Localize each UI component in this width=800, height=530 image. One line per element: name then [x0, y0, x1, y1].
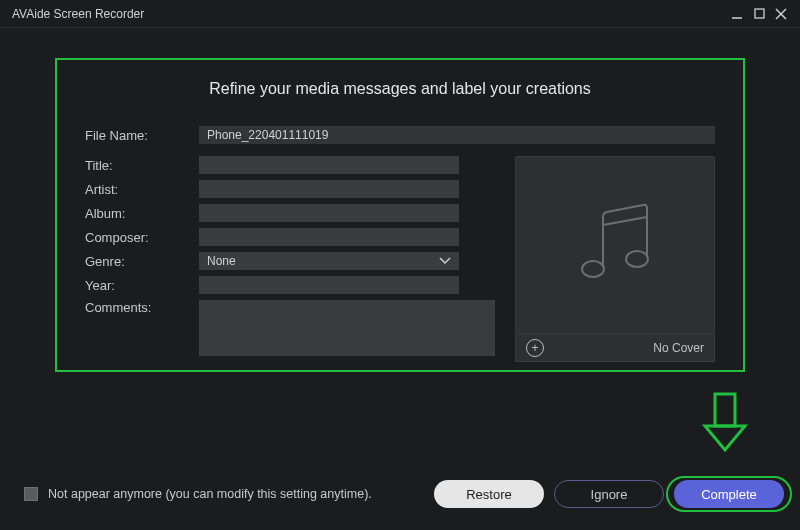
filename-label: File Name: [85, 128, 185, 143]
cover-panel: + No Cover [515, 156, 715, 362]
close-icon[interactable] [770, 3, 792, 25]
add-cover-button[interactable]: + [526, 339, 544, 357]
not-appear-checkbox[interactable] [24, 487, 38, 501]
comments-input[interactable] [199, 300, 495, 356]
chevron-down-icon [439, 255, 451, 267]
album-input[interactable] [199, 204, 459, 222]
panel-heading: Refine your media messages and label you… [85, 80, 715, 98]
artist-label: Artist: [85, 182, 185, 197]
arrow-down-icon [695, 392, 755, 462]
svg-point-4 [582, 261, 604, 277]
comments-label: Comments: [85, 300, 185, 315]
svg-marker-7 [705, 426, 745, 450]
svg-point-5 [626, 251, 648, 267]
no-cover-label: No Cover [653, 341, 704, 355]
genre-label: Genre: [85, 254, 185, 269]
restore-button[interactable]: Restore [434, 480, 544, 508]
year-label: Year: [85, 278, 185, 293]
svg-rect-6 [715, 394, 735, 426]
svg-rect-1 [755, 9, 764, 18]
minimize-icon[interactable] [726, 3, 748, 25]
complete-label: Complete [701, 487, 757, 502]
title-input[interactable] [199, 156, 459, 174]
app-title: AVAide Screen Recorder [12, 7, 144, 21]
not-appear-label: Not appear anymore (you can modify this … [48, 487, 424, 501]
year-input[interactable] [199, 276, 459, 294]
cover-preview [515, 156, 715, 334]
album-label: Album: [85, 206, 185, 221]
metadata-panel: Refine your media messages and label you… [60, 60, 740, 370]
title-bar: AVAide Screen Recorder [0, 0, 800, 28]
title-label: Title: [85, 158, 185, 173]
music-note-icon [565, 195, 665, 295]
genre-value: None [207, 254, 236, 268]
composer-input[interactable] [199, 228, 459, 246]
composer-label: Composer: [85, 230, 185, 245]
ignore-button[interactable]: Ignore [554, 480, 664, 508]
filename-input[interactable] [199, 126, 715, 144]
artist-input[interactable] [199, 180, 459, 198]
genre-select[interactable]: None [199, 252, 459, 270]
complete-button[interactable]: Complete [674, 480, 784, 508]
footer-bar: Not appear anymore (you can modify this … [0, 468, 800, 530]
maximize-icon[interactable] [748, 3, 770, 25]
